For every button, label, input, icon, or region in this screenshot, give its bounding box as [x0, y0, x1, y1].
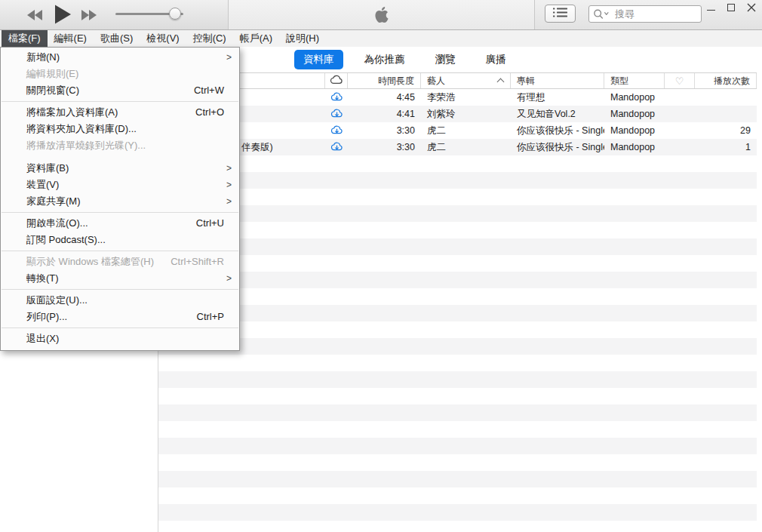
cloud-download-button[interactable] [325, 139, 348, 155]
cell-plays: 1 [695, 139, 757, 155]
column-header-time[interactable]: 時間長度 [348, 73, 421, 88]
cell-album: 你应该很快乐 - Single [511, 139, 604, 155]
column-header-cloud[interactable] [325, 73, 348, 88]
cell-time: 4:45 [348, 89, 421, 106]
menu-item-label: 版面設定(U)... [26, 292, 88, 309]
tab-item[interactable]: 廣播 [477, 50, 515, 69]
cell-plays [695, 89, 757, 106]
menu-item[interactable]: 退出(X) [1, 331, 239, 347]
cloud-download-button[interactable] [325, 122, 348, 139]
menu-item[interactable]: 家庭共享(M)> [1, 193, 239, 210]
empty-row [158, 172, 757, 189]
empty-row [158, 471, 757, 487]
menubar-item[interactable]: 編輯(E) [48, 30, 94, 47]
menu-item-shortcut: Ctrl+W [194, 82, 224, 99]
empty-row [158, 288, 757, 305]
menu-item-label: 將播放清單燒錄到光碟(Y)... [26, 137, 146, 154]
column-header-genre[interactable]: 類型 [604, 73, 665, 88]
toolbar-lcd-section [229, 0, 535, 29]
menu-item[interactable]: 版面設定(U)... [1, 292, 239, 309]
menu-item-label: 開啟串流(O)... [26, 215, 88, 232]
submenu-arrow-icon: > [226, 177, 232, 193]
menu-item[interactable]: 資料庫(B)> [1, 160, 239, 177]
library-tabstrip: 資料庫為你推薦瀏覽廣播 [158, 47, 762, 72]
sort-ascending-icon [497, 78, 505, 86]
table-body: 4:45李荣浩有理想Mandopop 4:41刘紫玲又见知音Vol.2Mando… [158, 89, 757, 532]
menu-item-label: 新增(N) [26, 49, 60, 66]
cloud-download-button[interactable] [325, 89, 348, 106]
menubar-item[interactable]: 帳戶(A) [233, 30, 279, 47]
song-row[interactable]: 3:30虎二你应该很快乐 - SingleMandopop29 [158, 122, 757, 139]
volume-slider-knob[interactable] [169, 8, 181, 20]
song-name-fragment: 伴奏版) [241, 139, 273, 155]
column-header-plays[interactable]: 播放次數 [695, 73, 757, 88]
tab-item[interactable]: 為你推薦 [355, 50, 414, 69]
menu-separator [2, 251, 238, 251]
menu-spacer [1, 154, 239, 160]
tab-active[interactable]: 資料庫 [294, 50, 343, 69]
cell-time: 4:41 [348, 106, 421, 122]
cloud-icon [330, 74, 343, 88]
song-row[interactable]: 4:45李荣浩有理想Mandopop [158, 89, 757, 106]
menubar-item[interactable]: 控制(C) [186, 30, 233, 47]
tab-item[interactable]: 瀏覽 [426, 50, 465, 69]
menu-item[interactable]: 新增(N)> [1, 49, 239, 66]
submenu-arrow-icon: > [226, 160, 232, 177]
cell-plays: 29 [695, 122, 757, 139]
menubar-item[interactable]: 檢視(V) [140, 30, 186, 47]
empty-row [158, 421, 757, 438]
column-header-album[interactable]: 專輯 [511, 73, 604, 88]
empty-row [158, 371, 757, 388]
cell-heart [665, 139, 695, 155]
empty-row [158, 487, 757, 504]
play-button[interactable] [55, 5, 71, 24]
menu-item[interactable]: 裝置(V)> [1, 177, 239, 193]
menu-item[interactable]: 訂閱 Podcast(S)... [1, 232, 239, 248]
rewind-button[interactable] [27, 10, 42, 20]
menu-separator [2, 101, 238, 102]
column-header-heart[interactable]: ♡ [665, 73, 695, 88]
song-row[interactable]: 4:41刘紫玲又见知音Vol.2Mandopop [158, 106, 757, 122]
empty-row [158, 355, 757, 371]
menu-item[interactable]: 列印(P)...Ctrl+P [1, 309, 239, 325]
menubar-item[interactable]: 檔案(F) [2, 30, 48, 47]
up-next-button[interactable] [545, 5, 576, 23]
fast-forward-button[interactable] [81, 10, 97, 20]
menu-item[interactable]: 將檔案加入資料庫(A)Ctrl+O [1, 104, 239, 121]
menu-item-label: 退出(X) [26, 331, 59, 347]
empty-row [158, 205, 757, 222]
empty-row [158, 255, 757, 272]
menu-item[interactable]: 關閉視窗(C)Ctrl+W [1, 82, 239, 99]
column-header-artist[interactable]: 藝人 [421, 73, 511, 88]
cell-genre: Mandopop [604, 139, 665, 155]
empty-row [158, 454, 757, 471]
minimize-button[interactable] [706, 3, 715, 12]
cell-artist: 虎二 [421, 139, 511, 155]
maximize-button[interactable] [727, 3, 736, 12]
column-header-label: 播放次數 [714, 75, 750, 88]
submenu-arrow-icon: > [226, 49, 232, 66]
menu-item[interactable]: 開啟串流(O)...Ctrl+U [1, 215, 239, 232]
apple-logo-icon [373, 5, 389, 27]
menu-item-label: 訂閱 Podcast(S)... [26, 232, 106, 248]
song-row[interactable]: 伴奏版) 3:30虎二你应该很快乐 - SingleMandopop1 [158, 139, 757, 155]
toolbar-search-section [535, 0, 762, 29]
menu-item[interactable]: 轉換(T)> [1, 270, 239, 287]
cloud-download-icon [330, 91, 343, 104]
menubar-item[interactable]: 歌曲(S) [94, 30, 140, 47]
list-icon [553, 7, 567, 20]
menu-item[interactable]: 將資料夾加入資料庫(D)... [1, 121, 239, 137]
menu-item-shortcut: Ctrl+O [195, 104, 224, 121]
cell-genre: Mandopop [604, 106, 665, 122]
menubar-item[interactable]: 說明(H) [279, 30, 326, 47]
cell-plays [695, 106, 757, 122]
cloud-download-icon [330, 125, 343, 137]
cell-artist: 李荣浩 [421, 89, 511, 106]
close-button[interactable] [747, 3, 756, 12]
menu-item-label: 顯示於 Windows 檔案總管(H) [26, 254, 154, 270]
menu-item: 將播放清單燒錄到光碟(Y)... [1, 137, 239, 154]
cloud-download-button[interactable] [325, 106, 348, 122]
menu-item-shortcut: Ctrl+Shift+R [171, 254, 224, 270]
cell-artist: 刘紫玲 [421, 106, 511, 122]
menu-item-label: 資料庫(B) [26, 160, 69, 177]
